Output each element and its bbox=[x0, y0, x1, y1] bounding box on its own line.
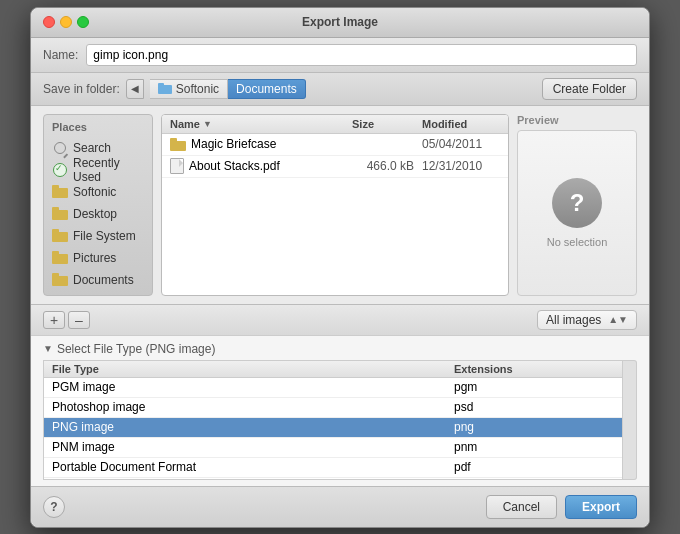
file-type-list: File Type Extensions PGM image pgm Photo… bbox=[43, 360, 623, 480]
triangle-icon: ▼ bbox=[43, 343, 53, 354]
file-type-row[interactable]: PGM image pgm bbox=[44, 378, 622, 398]
export-image-window: Export Image Name: Save in folder: ◀ Sof… bbox=[30, 7, 650, 528]
breadcrumb: Softonic Documents bbox=[150, 79, 306, 99]
ft-ext: psd bbox=[454, 400, 614, 414]
ft-name: PGM image bbox=[52, 380, 454, 394]
traffic-lights bbox=[43, 16, 89, 28]
file-type-row[interactable]: Portable Document Format pdf bbox=[44, 458, 622, 478]
add-remove-buttons: + – bbox=[43, 311, 90, 329]
desktop-folder-icon bbox=[52, 206, 68, 222]
file-type-scrollbar[interactable] bbox=[623, 360, 637, 480]
preview-no-selection: No selection bbox=[547, 236, 608, 248]
preview-panel: Preview ? No selection bbox=[517, 114, 637, 296]
sidebar-item-search-label: Search bbox=[73, 141, 111, 155]
sidebar-item-recently-used-label: Recently Used bbox=[73, 156, 144, 184]
file-name-cell: Magic Briefcase bbox=[162, 137, 348, 151]
filesystem-folder-icon bbox=[52, 228, 68, 244]
preview-box: ? No selection bbox=[517, 130, 637, 296]
files-header: Name ▼ Size Modified bbox=[162, 115, 508, 134]
crumb-softonic[interactable]: Softonic bbox=[150, 79, 228, 99]
sidebar-item-documents-label: Documents bbox=[73, 273, 134, 287]
ft-ext: png bbox=[454, 420, 614, 434]
ft-name: PNG image bbox=[52, 420, 454, 434]
maximize-button[interactable] bbox=[77, 16, 89, 28]
create-folder-button[interactable]: Create Folder bbox=[542, 78, 637, 100]
ft-name: PNM image bbox=[52, 440, 454, 454]
remove-place-button[interactable]: – bbox=[68, 311, 90, 329]
filename-input[interactable] bbox=[86, 44, 637, 66]
filter-label: All images bbox=[546, 313, 601, 327]
sidebar-item-recently-used[interactable]: Recently Used bbox=[44, 159, 152, 181]
file-name: About Stacks.pdf bbox=[189, 159, 280, 173]
file-type-section: ▼ Select File Type (PNG image) File Type… bbox=[31, 335, 649, 486]
file-type-container: File Type Extensions PGM image pgm Photo… bbox=[43, 360, 637, 480]
ft-name: Portable Document Format bbox=[52, 460, 454, 474]
filter-dropdown[interactable]: All images ▲▼ bbox=[537, 310, 637, 330]
name-label: Name: bbox=[43, 48, 78, 62]
search-icon bbox=[52, 140, 68, 156]
document-icon bbox=[170, 158, 184, 174]
save-in-row: Save in folder: ◀ Softonic Documents Cre… bbox=[31, 73, 649, 106]
minimize-button[interactable] bbox=[60, 16, 72, 28]
file-type-row[interactable]: Photoshop image psd bbox=[44, 398, 622, 418]
table-row[interactable]: About Stacks.pdf 466.0 kB 12/31/2010 bbox=[162, 156, 508, 178]
ft-ext: pgm bbox=[454, 380, 614, 394]
col-file-type: File Type bbox=[52, 363, 454, 375]
files-panel: Name ▼ Size Modified Magic Briefcase 05/… bbox=[161, 114, 509, 296]
files-list: Magic Briefcase 05/04/2011 About Stacks.… bbox=[162, 134, 508, 295]
file-type-header: ▼ Select File Type (PNG image) bbox=[43, 342, 637, 356]
bottom-bar: + – All images ▲▼ bbox=[31, 304, 649, 335]
main-content: Places Search Recently Used Softonic bbox=[31, 106, 649, 304]
file-type-row[interactable]: PNM image pnm bbox=[44, 438, 622, 458]
preview-label: Preview bbox=[517, 114, 637, 126]
file-size: 466.0 kB bbox=[348, 159, 418, 173]
table-row[interactable]: Magic Briefcase 05/04/2011 bbox=[162, 134, 508, 156]
sidebar-item-desktop-label: Desktop bbox=[73, 207, 117, 221]
softonic-folder-icon bbox=[52, 184, 68, 200]
file-type-table-header: File Type Extensions bbox=[44, 361, 622, 378]
help-button[interactable]: ? bbox=[43, 496, 65, 518]
places-panel: Places Search Recently Used Softonic bbox=[43, 114, 153, 296]
sidebar-item-filesystem-label: File System bbox=[73, 229, 136, 243]
col-modified-header[interactable]: Modified bbox=[418, 118, 508, 130]
pictures-folder-icon bbox=[52, 250, 68, 266]
preview-question-mark: ? bbox=[552, 178, 602, 228]
save-in-label: Save in folder: bbox=[43, 82, 120, 96]
sidebar-item-softonic[interactable]: Softonic bbox=[44, 181, 152, 203]
add-place-button[interactable]: + bbox=[43, 311, 65, 329]
sidebar-item-documents[interactable]: Documents bbox=[44, 269, 152, 291]
sidebar-item-pictures[interactable]: Pictures bbox=[44, 247, 152, 269]
sidebar-item-filesystem[interactable]: File System bbox=[44, 225, 152, 247]
sidebar-item-pictures-label: Pictures bbox=[73, 251, 116, 265]
col-name-header[interactable]: Name ▼ bbox=[162, 118, 348, 130]
nav-back-button[interactable]: ◀ bbox=[126, 79, 144, 99]
crumb-documents[interactable]: Documents bbox=[228, 79, 306, 99]
file-type-header-label: Select File Type (PNG image) bbox=[57, 342, 216, 356]
col-extensions: Extensions bbox=[454, 363, 614, 375]
file-type-row[interactable]: PPM image ppm bbox=[44, 478, 622, 480]
title-bar: Export Image bbox=[31, 8, 649, 38]
file-modified: 05/04/2011 bbox=[418, 137, 508, 151]
recently-used-icon bbox=[52, 162, 68, 178]
folder-icon bbox=[158, 83, 172, 94]
file-modified: 12/31/2010 bbox=[418, 159, 508, 173]
col-size-header[interactable]: Size bbox=[348, 118, 418, 130]
window-title: Export Image bbox=[302, 15, 378, 29]
cancel-button[interactable]: Cancel bbox=[486, 495, 557, 519]
file-name-cell: About Stacks.pdf bbox=[162, 158, 348, 174]
export-button[interactable]: Export bbox=[565, 495, 637, 519]
close-button[interactable] bbox=[43, 16, 55, 28]
ft-ext: pnm bbox=[454, 440, 614, 454]
file-type-row-selected[interactable]: PNG image png bbox=[44, 418, 622, 438]
places-header: Places bbox=[44, 119, 152, 137]
sidebar-item-softonic-label: Softonic bbox=[73, 185, 116, 199]
folder-icon bbox=[170, 138, 186, 151]
crumb-softonic-label: Softonic bbox=[176, 82, 219, 96]
file-name: Magic Briefcase bbox=[191, 137, 276, 151]
sidebar-item-desktop[interactable]: Desktop bbox=[44, 203, 152, 225]
dropdown-arrow-icon: ▲▼ bbox=[608, 314, 628, 325]
ft-name: Photoshop image bbox=[52, 400, 454, 414]
documents-folder-icon bbox=[52, 272, 68, 288]
name-toolbar: Name: bbox=[31, 38, 649, 73]
ft-ext: pdf bbox=[454, 460, 614, 474]
